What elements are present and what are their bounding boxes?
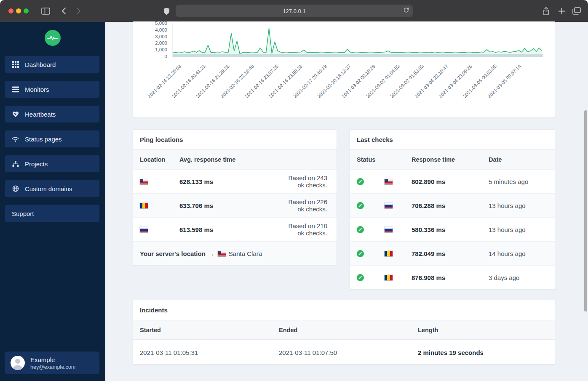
user-name: Example xyxy=(30,356,75,363)
table-row: ✓ 782.049 ms 14 hours ago xyxy=(350,241,555,265)
list-icon xyxy=(12,86,19,93)
address-bar[interactable]: 127.0.0.1 xyxy=(176,5,413,17)
forward-icon xyxy=(76,7,81,15)
y-tick-label: 5,000 xyxy=(142,21,167,26)
response-time-chart-card: 01,0002,0003,0004,0005,000 2021-02-14 12… xyxy=(133,21,555,118)
table-header: Status Response time Date xyxy=(350,150,555,169)
share-icon xyxy=(543,7,550,16)
url-text: 127.0.0.1 xyxy=(283,8,305,14)
share-button[interactable] xyxy=(540,6,551,16)
table-header: Location Avg. response time xyxy=(133,150,337,169)
forward-button[interactable] xyxy=(73,6,84,16)
sidebar: Dashboard Monitors Heartbeats Status pag… xyxy=(0,22,105,381)
checks-note: Based on 210 ok checks. xyxy=(281,222,337,237)
check-date: 5 minutes ago xyxy=(489,178,555,185)
privacy-shield-icon xyxy=(163,7,170,16)
table-row: 613.598 ms Based on 210 ok checks. xyxy=(133,217,337,241)
check-date: 13 hours ago xyxy=(489,226,555,233)
incident-ended: 2021-03-11 01:07:50 xyxy=(279,349,418,356)
sidebar-item-label: Status pages xyxy=(25,136,62,143)
column-header: Status xyxy=(357,156,412,163)
response-time: 782.049 ms xyxy=(412,250,489,257)
column-header: Started xyxy=(140,327,279,333)
check-circle-icon: ✓ xyxy=(357,226,364,233)
scrollbar-thumb[interactable] xyxy=(584,110,587,312)
sidebar-item-heartbeats[interactable]: Heartbeats xyxy=(5,106,99,123)
sidebar-item-label: Projects xyxy=(25,160,48,168)
tabs-overview-button[interactable] xyxy=(571,6,582,16)
browser-toolbar: 127.0.0.1 xyxy=(0,0,588,22)
check-date: 14 hours ago xyxy=(489,250,555,257)
browser-window: 127.0.0.1 Dashboard xyxy=(0,0,588,381)
chart-plot: 2021-02-14 12:26:032021-02-16 20:41:2120… xyxy=(172,21,544,118)
sidebar-item-monitors[interactable]: Monitors xyxy=(5,81,99,98)
table-row: ✓ 802.890 ms 5 minutes ago xyxy=(350,169,555,193)
server-city: Santa Clara xyxy=(229,250,262,257)
reload-button[interactable] xyxy=(403,7,409,15)
table-row: ✓ 706.288 ms 13 hours ago xyxy=(350,193,555,217)
sidebar-item-status-pages[interactable]: Status pages xyxy=(5,131,99,147)
response-time: 580.336 ms xyxy=(412,226,489,233)
chart-x-axis: 2021-02-14 12:26:032021-02-16 20:41:2120… xyxy=(172,60,544,118)
back-button[interactable] xyxy=(58,6,69,16)
checks-note: Based on 226 ok checks. xyxy=(281,198,337,213)
sidebar-item-dashboard[interactable]: Dashboard xyxy=(5,56,99,73)
flag-ro-icon xyxy=(385,275,393,280)
incident-started: 2021-03-11 01:05:31 xyxy=(140,349,279,356)
avg-response-time: 633.706 ms xyxy=(179,202,281,209)
wifi-icon xyxy=(12,136,19,143)
flag-us-icon xyxy=(218,251,226,256)
column-header: Length xyxy=(418,327,555,333)
heart-pulse-icon xyxy=(12,111,19,118)
response-time-chart: 01,0002,0003,0004,0005,000 2021-02-14 12… xyxy=(133,21,555,117)
privacy-report-button[interactable] xyxy=(161,6,172,16)
checks-note: Based on 243 ok checks. xyxy=(281,174,337,189)
chart-y-axis: 01,0002,0003,0004,0005,000 xyxy=(133,21,172,60)
response-time: 876.908 ms xyxy=(412,274,489,281)
pulse-icon xyxy=(47,35,58,41)
check-circle-icon: ✓ xyxy=(357,178,364,185)
minimize-window-button[interactable] xyxy=(16,8,21,13)
flag-ro-icon xyxy=(385,251,393,256)
avatar xyxy=(11,356,25,370)
column-header: Date xyxy=(489,156,555,163)
new-tab-icon xyxy=(558,8,565,15)
user-menu[interactable]: Example hey@example.com xyxy=(5,352,99,374)
y-tick-label: 4,000 xyxy=(142,27,167,32)
incidents-card: Incidents Started Ended Length 2021-03-1… xyxy=(133,300,555,365)
column-header: Location xyxy=(140,156,179,163)
column-header: Response time xyxy=(412,156,489,163)
flag-ru-icon xyxy=(385,203,393,208)
avatar-person-icon xyxy=(11,356,25,370)
grid-icon xyxy=(12,61,19,68)
table-row: ✓ 580.336 ms 13 hours ago xyxy=(350,217,555,241)
sidebar-item-projects[interactable]: Projects xyxy=(5,155,99,172)
app-logo[interactable] xyxy=(45,30,61,46)
new-tab-button[interactable] xyxy=(556,6,567,16)
server-location-footer: Your server's location → Santa Clara xyxy=(133,241,337,265)
sitemap-icon xyxy=(12,160,19,168)
ping-locations-card: Ping locations Location Avg. response ti… xyxy=(133,129,337,265)
table-row: ✓ 876.908 ms 3 days ago xyxy=(350,265,555,289)
sidebar-nav: Dashboard Monitors Heartbeats Status pag… xyxy=(5,56,99,230)
app-root: Dashboard Monitors Heartbeats Status pag… xyxy=(0,22,588,381)
sidebar-item-support[interactable]: Support xyxy=(5,205,99,222)
sidebar-item-label: Dashboard xyxy=(25,61,56,68)
response-chart-svg xyxy=(172,21,544,60)
response-time: 802.890 ms xyxy=(412,178,489,185)
close-window-button[interactable] xyxy=(8,8,13,13)
avg-response-time: 628.133 ms xyxy=(179,178,281,185)
reload-icon xyxy=(403,7,409,13)
card-title: Incidents xyxy=(133,300,555,320)
y-tick-label: 1,000 xyxy=(142,47,167,52)
y-tick-label: 3,000 xyxy=(142,34,167,39)
check-date: 3 days ago xyxy=(489,274,555,281)
zoom-window-button[interactable] xyxy=(24,8,29,13)
sidebar-toggle-button[interactable] xyxy=(40,6,51,16)
flag-us-icon xyxy=(385,179,393,184)
card-title: Last checks xyxy=(350,130,555,150)
table-header: Started Ended Length xyxy=(133,320,555,340)
sidebar-item-custom-domains[interactable]: Custom domains xyxy=(5,180,99,197)
check-date: 13 hours ago xyxy=(489,202,555,209)
user-email: hey@example.com xyxy=(30,364,75,370)
